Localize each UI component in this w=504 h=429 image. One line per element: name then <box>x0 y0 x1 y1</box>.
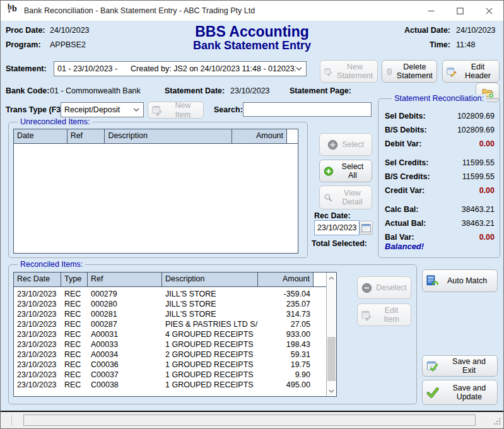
cell-type: REC <box>61 299 88 309</box>
new-statement-button[interactable]: New Statement <box>320 60 378 83</box>
delete-statement-button[interactable]: Delete Statement <box>382 60 437 83</box>
table-row[interactable]: 23/10/2023RECA000314 GROUPED RECEIPTS933… <box>14 329 336 339</box>
auto-match-button[interactable]: Auto Match <box>422 269 498 292</box>
select-all-button[interactable]: Select All <box>319 160 372 182</box>
statement-select-value: 01 - 23/10/2023 - Created by: JS2 on 24/… <box>54 64 296 73</box>
cell-amount: 235.07 <box>258 299 314 309</box>
cell-ref: C00036 <box>88 360 162 370</box>
calendar-icon <box>361 223 371 233</box>
cell-amount: 198.43 <box>258 339 314 350</box>
time-label: Time: <box>430 40 450 49</box>
rec-date-input[interactable] <box>314 220 360 235</box>
resize-grip-icon[interactable] <box>493 417 501 426</box>
column-header-description[interactable]: Description <box>162 273 258 286</box>
trans-type-select[interactable]: Receipt/Deposit <box>61 102 144 117</box>
cell-desc: JILL'S STORE <box>162 299 258 309</box>
bank-code-label: Bank Code: <box>6 86 49 95</box>
auto-match-label: Auto Match <box>447 276 487 285</box>
column-header-type[interactable]: Type <box>61 273 88 286</box>
cell-date: 23/10/2023 <box>14 329 61 339</box>
table-row[interactable]: 23/10/2023RECA000342 GROUPED RECEIPTS59.… <box>14 350 336 360</box>
minimize-button[interactable] <box>416 1 445 21</box>
save-and-update-label: Save and Update <box>445 384 493 402</box>
new-item-label: New Item <box>167 101 199 119</box>
table-row[interactable]: 23/10/2023REC000280JILL'S STORE235.07 <box>14 299 336 309</box>
cell-desc: 2 GROUPED RECEIPTS <box>162 350 258 360</box>
cell-type: REC <box>61 380 88 390</box>
save-and-update-button[interactable]: Save and Update <box>422 380 498 405</box>
cell-ref: C00038 <box>88 380 162 390</box>
table-row[interactable]: 23/10/2023RECC000371 GROUPED RECEIPTS9.9… <box>14 370 336 380</box>
circle-plus-green-icon <box>324 166 334 177</box>
reconciliation-row: B/S Credits:11599.55 <box>385 170 495 184</box>
unreconciled-table: Date Ref Description Amount <box>13 129 298 254</box>
maximize-button[interactable] <box>445 1 474 21</box>
scroll-down-arrow[interactable] <box>327 386 336 396</box>
cell-type: REC <box>61 289 88 299</box>
close-icon <box>486 8 493 15</box>
balanced-status: Balanced! <box>385 242 424 251</box>
select-all-label: Select All <box>337 162 368 180</box>
column-header-gutter <box>287 129 298 143</box>
bank-code-value: 01 - Commonwealth Bank <box>50 86 141 95</box>
column-header-ref[interactable]: Ref <box>67 129 105 143</box>
statement-select[interactable]: 01 - 23/10/2023 - Created by: JS2 on 24/… <box>54 61 307 76</box>
close-button[interactable] <box>474 1 503 21</box>
statement-date-label: Statement Date: <box>165 86 225 95</box>
note-edit-icon <box>152 105 163 115</box>
deselect-button[interactable]: Deselect <box>357 276 411 299</box>
status-bar <box>1 411 503 428</box>
chevron-down-icon <box>329 389 334 393</box>
reconciled-table-body[interactable]: 23/10/2023REC000279JILL'S STORE-359.0423… <box>14 287 336 390</box>
column-header-ref[interactable]: Ref <box>88 273 162 286</box>
search-input[interactable] <box>243 102 372 117</box>
column-header-date[interactable]: Date <box>14 129 67 143</box>
app-window: bsb Bank Reconciliation - Bank Statement… <box>0 0 504 429</box>
edit-header-button[interactable]: Edit Header <box>442 60 500 83</box>
cell-date: 23/10/2023 <box>14 360 61 370</box>
screen-title: Bank Statement Entry <box>1 39 503 52</box>
view-detail-button[interactable]: View Detail <box>319 185 372 209</box>
table-row[interactable]: 23/10/2023REC000287PIES & PASTRIES LTD S… <box>14 319 336 329</box>
vertical-scrollbar[interactable] <box>326 273 336 396</box>
deselect-label: Deselect <box>376 283 407 292</box>
statement-reconciliation-label: Statement Reconciliation: <box>392 94 486 103</box>
time-value: 11:48 <box>456 40 475 49</box>
reconciliation-row: Debit Var:0.00 <box>385 137 495 151</box>
reconciliation-row: Sel Debits:102809.69 <box>385 109 495 123</box>
column-header-amount[interactable]: Amount <box>258 273 314 286</box>
rec-date-label: Rec Date: <box>314 211 351 220</box>
check-icon <box>426 386 439 399</box>
cell-type: REC <box>61 319 88 329</box>
scrollbar-thumb[interactable] <box>327 337 336 382</box>
reconciliation-row-value: 38463.21 <box>462 219 495 228</box>
select-button[interactable]: Select <box>319 133 372 156</box>
scroll-up-arrow[interactable] <box>327 273 336 283</box>
table-row[interactable]: 23/10/2023REC000281JILL'S STORE314.73 <box>14 309 336 319</box>
cell-type: REC <box>61 309 88 319</box>
table-row[interactable]: 23/10/2023REC000279JILL'S STORE-359.04 <box>14 289 336 299</box>
trans-type-value: Receipt/Deposit <box>61 105 133 114</box>
table-row[interactable]: 23/10/2023RECC000381 GROUPED RECEIPTS495… <box>14 380 336 390</box>
column-header-description[interactable]: Description <box>105 129 232 143</box>
cell-desc: 1 GROUPED RECEIPTS <box>162 370 258 380</box>
column-header-amount[interactable]: Amount <box>232 129 287 143</box>
note-check-icon <box>426 360 438 372</box>
statement-reconciliation-group: Statement Reconciliation: Sel Debits:102… <box>378 98 500 258</box>
actual-date-label: Actual Date: <box>404 26 450 35</box>
statement-label: Statement: <box>6 64 47 73</box>
rec-date-picker-button[interactable] <box>360 221 373 235</box>
new-item-button[interactable]: New Item <box>148 102 204 119</box>
table-row[interactable]: 23/10/2023RECC000361 GROUPED RECEIPTS19.… <box>14 360 336 370</box>
chevron-down-icon <box>133 108 139 112</box>
edit-item-button[interactable]: Edit Item <box>357 303 411 326</box>
column-header-rec-date[interactable]: Rec Date <box>14 273 61 286</box>
table-row[interactable]: 23/10/2023RECA000331 GROUPED RECEIPTS198… <box>14 339 336 350</box>
cell-amount: 27.05 <box>258 319 314 329</box>
cell-ref: 000281 <box>88 309 162 319</box>
save-and-exit-button[interactable]: Save and Exit <box>422 355 498 377</box>
cell-desc: 1 GROUPED RECEIPTS <box>162 339 258 350</box>
column-header-gutter <box>314 273 327 286</box>
cell-date: 23/10/2023 <box>14 299 61 309</box>
trash-icon <box>386 66 393 78</box>
